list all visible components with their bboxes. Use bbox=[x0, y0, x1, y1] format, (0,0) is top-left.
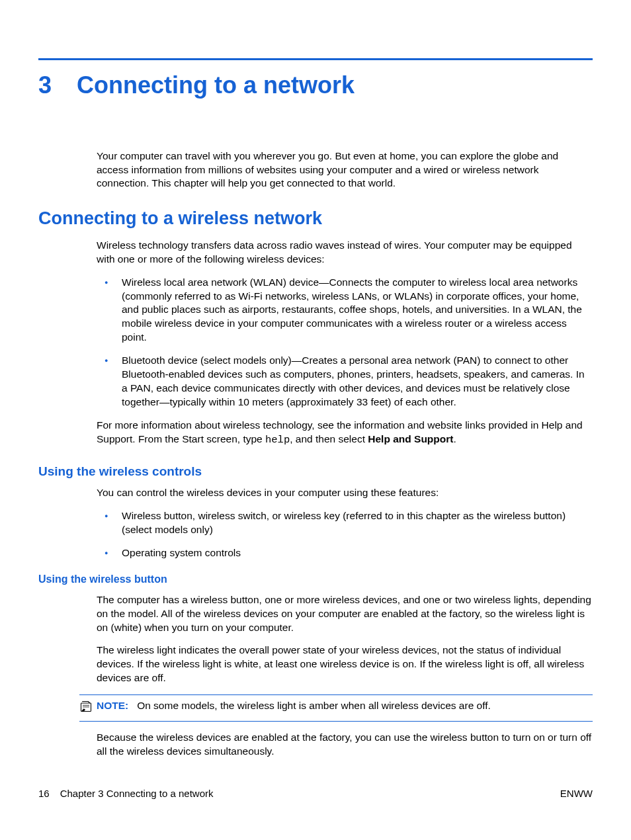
chapter-heading: 3Connecting to a network bbox=[38, 69, 593, 102]
s3-paragraph-1: The computer has a wireless button, one … bbox=[97, 593, 593, 635]
page-footer: 16Chapter 3 Connecting to a network ENWW bbox=[38, 787, 593, 800]
chapter-number: 3 bbox=[38, 69, 77, 102]
s3-paragraph-3: Because the wireless devices are enabled… bbox=[97, 731, 593, 759]
list-item: Wireless button, wireless switch, or wir… bbox=[97, 509, 593, 537]
intro-paragraph: Your computer can travel with you wherev… bbox=[97, 149, 593, 191]
chapter-rule bbox=[38, 58, 593, 60]
note-icon bbox=[79, 699, 97, 717]
note-label: NOTE: bbox=[97, 700, 128, 711]
footer-chapter-label: Chapter 3 Connecting to a network bbox=[60, 788, 214, 799]
code-text: help bbox=[265, 434, 290, 446]
s2-paragraph-1: You can control the wireless devices in … bbox=[97, 486, 593, 500]
list-item: Bluetooth device (select models only)—Cr… bbox=[97, 354, 593, 409]
section-heading-wireless-network: Connecting to a wireless network bbox=[38, 206, 593, 230]
s1-paragraph-2: For more information about wireless tech… bbox=[97, 419, 593, 447]
footer-right: ENWW bbox=[560, 787, 593, 800]
subsection-heading-wireless-controls: Using the wireless controls bbox=[38, 463, 593, 480]
bold-text: Help and Support bbox=[368, 433, 453, 444]
list-item: Wireless local area network (WLAN) devic… bbox=[97, 276, 593, 345]
page-number: 16 bbox=[38, 788, 50, 799]
subsubsection-heading-wireless-button: Using the wireless button bbox=[38, 572, 593, 587]
chapter-title: Connecting to a network bbox=[77, 71, 355, 99]
note-callout: NOTE: On some models, the wireless light… bbox=[79, 694, 593, 722]
s3-paragraph-2: The wireless light indicates the overall… bbox=[97, 644, 593, 685]
s2-bullet-list: Wireless button, wireless switch, or wir… bbox=[97, 509, 593, 560]
note-text: On some models, the wireless light is am… bbox=[137, 700, 491, 711]
list-item: Operating system controls bbox=[97, 546, 593, 560]
s1-paragraph-1: Wireless technology transfers data acros… bbox=[97, 239, 593, 267]
s1-bullet-list: Wireless local area network (WLAN) devic… bbox=[97, 276, 593, 409]
